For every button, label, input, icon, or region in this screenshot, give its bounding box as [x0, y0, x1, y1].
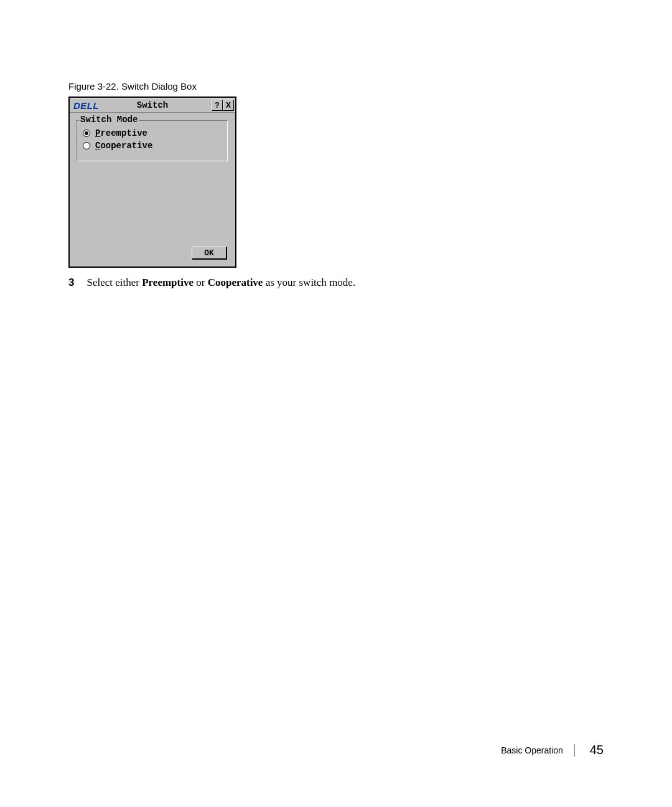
radio-cooperative[interactable]: Cooperative	[83, 141, 221, 151]
dialog-titlebar: DELL Switch ? X	[70, 98, 235, 113]
ok-button[interactable]: OK	[192, 247, 226, 259]
close-icon: X	[226, 101, 231, 110]
titlebar-buttons: ? X	[212, 100, 234, 111]
switch-dialog: DELL Switch ? X Switch Mode Preemptive	[68, 97, 236, 268]
dialog-body: Switch Mode Preemptive Cooperative OK	[70, 113, 235, 267]
page-footer: Basic Operation 45	[501, 743, 604, 757]
radio-label: Preemptive	[95, 128, 147, 138]
radio-icon	[83, 130, 90, 137]
ok-button-label: OK	[204, 248, 214, 258]
fieldset-legend: Switch Mode	[79, 115, 139, 125]
instruction-step: 3 Select either Preemptive or Cooperativ…	[68, 276, 604, 289]
footer-divider	[574, 744, 575, 757]
step-number: 3	[68, 276, 74, 289]
radio-preemptive[interactable]: Preemptive	[83, 128, 221, 138]
help-icon: ?	[215, 101, 219, 110]
radio-label: Cooperative	[95, 141, 152, 151]
figure-caption: Figure 3-22. Switch Dialog Box	[68, 81, 604, 92]
radio-icon	[83, 142, 90, 149]
help-button[interactable]: ?	[212, 100, 223, 111]
footer-page-number: 45	[590, 743, 604, 757]
dialog-title: Switch	[137, 100, 168, 110]
switch-mode-fieldset: Switch Mode Preemptive Cooperative	[76, 120, 228, 161]
footer-section: Basic Operation	[501, 745, 574, 755]
instruction-text: Select either Preemptive or Cooperative …	[86, 276, 355, 289]
dell-logo: DELL	[70, 100, 99, 111]
close-button[interactable]: X	[223, 100, 234, 111]
